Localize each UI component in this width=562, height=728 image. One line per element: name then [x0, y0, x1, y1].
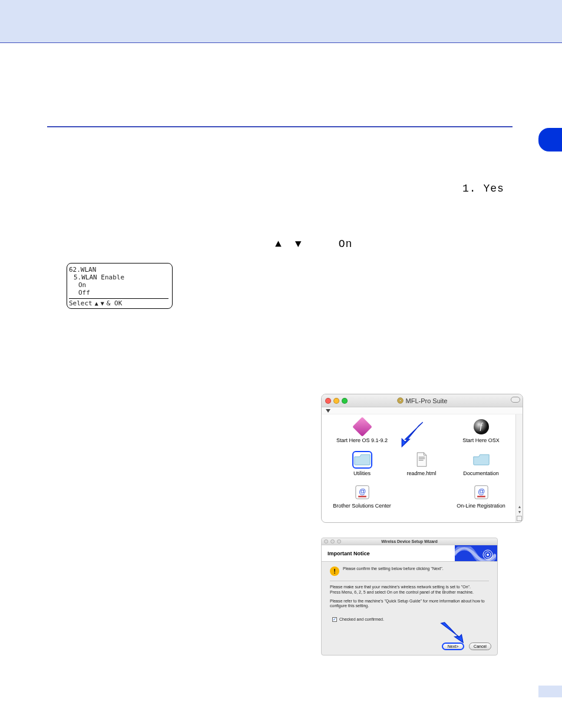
- wizard-text-3: Please refer to the machine's "Quick Set…: [330, 599, 489, 610]
- file-label: Start Here OSX: [462, 437, 500, 443]
- page-top-banner: [0, 0, 562, 43]
- wizard-titlebar[interactable]: Wirelss Device Setup Wizard: [322, 538, 497, 545]
- wizard-window: Wirelss Device Setup Wizard Important No…: [321, 538, 498, 655]
- file-online-registration[interactable]: @ On-Line Registration: [451, 483, 511, 516]
- file-label: On-Line Registration: [457, 503, 505, 509]
- yes-text: 1. Yes: [462, 183, 504, 195]
- wizard-art-icon: [455, 545, 497, 561]
- toolbar-toggle-icon[interactable]: [511, 397, 520, 403]
- wizard-buttons: Next> Cancel: [442, 643, 491, 650]
- scroll-grip-icon[interactable]: [517, 516, 522, 521]
- svg-text:@: @: [477, 487, 484, 496]
- callout-arrow-icon: [397, 421, 424, 448]
- callout-arrow-icon: [439, 622, 467, 643]
- svg-rect-3: [418, 458, 424, 459]
- installer-osx-icon: f: [474, 419, 489, 434]
- on-text: On: [339, 238, 353, 250]
- lcd-line-2: 5.WLAN Enable: [74, 274, 168, 281]
- file-label: Start Here OS 9.1-9.2: [336, 437, 388, 443]
- wizard-text-2b: Press Menu, 6, 2, 5 and select On on the…: [330, 590, 489, 595]
- finder-titlebar[interactable]: MFL-Pro Suite: [322, 394, 523, 407]
- down-arrow-glyph: ▼: [295, 238, 302, 250]
- folder-icon: [472, 453, 490, 466]
- page-number-tab: [538, 686, 562, 697]
- lcd-line-3: On: [78, 281, 168, 289]
- weblink-icon: @: [474, 485, 488, 499]
- section-rule: [47, 126, 513, 127]
- file-label: Utilities: [353, 470, 371, 476]
- finder-toolbar: [322, 407, 523, 414]
- lcd-ok-label: & OK: [107, 299, 123, 307]
- checkbox-label: Checked and confirmed.: [339, 617, 384, 622]
- checkbox-icon[interactable]: ✓: [332, 617, 337, 622]
- empty-cell: [392, 483, 451, 516]
- finder-title-text: MFL-Pro Suite: [406, 397, 448, 404]
- lcd-line-1: 62.WLAN: [69, 266, 168, 274]
- disclosure-icon: [325, 409, 331, 413]
- wizard-body: ! Please confirm the setting below befor…: [322, 562, 497, 622]
- file-label: Documentation: [463, 470, 499, 476]
- svg-rect-4: [418, 460, 423, 460]
- file-documentation[interactable]: Documentation: [451, 451, 511, 484]
- svg-rect-7: [358, 496, 366, 498]
- svg-point-1: [399, 400, 401, 401]
- wizard-header: Important Notice: [322, 545, 497, 562]
- key-hint-row: ▲ ▼ On: [275, 238, 352, 250]
- finder-window: MFL-Pro Suite Start Here OS 9.1-9.2 f St…: [321, 394, 523, 523]
- file-utilities[interactable]: Utilities: [332, 451, 392, 484]
- svg-text:@: @: [358, 487, 365, 496]
- svg-rect-2: [418, 456, 424, 457]
- lcd-select-label: Select: [69, 299, 92, 307]
- svg-point-13: [487, 554, 489, 556]
- folder-icon: [353, 453, 371, 466]
- finder-title: MFL-Pro Suite: [322, 397, 523, 404]
- wizard-title: Wirelss Device Setup Wizard: [322, 539, 497, 543]
- divider: [330, 581, 489, 581]
- lcd-display: 62.WLAN 5.WLAN Enable On Off Select ▲ ▼ …: [67, 263, 173, 309]
- file-readme[interactable]: readme.html: [392, 451, 451, 484]
- next-button[interactable]: Next>: [442, 643, 464, 650]
- document-icon: [415, 452, 428, 467]
- lcd-line-4: Off: [78, 289, 168, 297]
- file-brother-solutions[interactable]: @ Brother Solutions Center: [332, 483, 392, 516]
- wizard-text-1: Please confirm the setting below before …: [343, 566, 444, 572]
- disc-icon: [397, 397, 404, 404]
- wizard-heading: Important Notice: [328, 551, 370, 556]
- up-arrow-glyph: ▲: [275, 238, 282, 250]
- down-arrow-glyph: ▼: [101, 299, 104, 307]
- file-label: Brother Solutions Center: [333, 503, 391, 509]
- scroll-up-icon[interactable]: ▴: [518, 504, 521, 509]
- installer-icon: [352, 417, 372, 437]
- file-start-here-osx[interactable]: f Start Here OSX: [451, 418, 511, 451]
- weblink-icon: @: [355, 485, 369, 499]
- cancel-button[interactable]: Cancel: [469, 643, 491, 650]
- lcd-select-row: Select ▲ ▼ & OK: [69, 298, 168, 307]
- up-arrow-glyph: ▲: [95, 299, 98, 307]
- file-start-here-91[interactable]: Start Here OS 9.1-9.2: [332, 418, 392, 451]
- side-thumb-tab: [538, 128, 562, 151]
- finder-scrollbar[interactable]: ▴ ▾: [515, 414, 523, 522]
- warning-icon: !: [330, 566, 339, 576]
- wizard-text-2a: Please make sure that your machine's wir…: [330, 585, 489, 590]
- scroll-down-icon[interactable]: ▾: [518, 509, 521, 515]
- file-label: readme.html: [406, 470, 436, 476]
- svg-rect-10: [477, 496, 485, 498]
